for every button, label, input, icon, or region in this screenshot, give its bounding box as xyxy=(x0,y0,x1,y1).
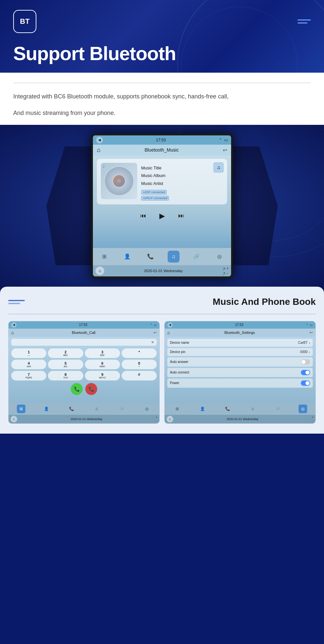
p2-settings-btn[interactable]: ◎ xyxy=(299,405,307,413)
p2-phone-btn[interactable]: 📞 xyxy=(223,405,232,413)
dial-0[interactable]: 0+ xyxy=(122,360,157,369)
setting-auto-answer: Auto answer xyxy=(167,357,313,367)
phone2-home-icon[interactable]: ⌂ xyxy=(167,330,170,335)
page-title: Support Bluetooth xyxy=(13,43,311,64)
feature-divider xyxy=(8,314,316,314)
feature-lines xyxy=(8,300,25,304)
phone1-toolbar: ⊞ 👤 📞 ♫ 🔗 ◎ xyxy=(9,403,159,415)
phone2-bottom-bar: ⌂ 2020-01-01 Wednesday + - xyxy=(165,415,315,423)
divider xyxy=(13,83,311,83)
dial-2[interactable]: 2ABC xyxy=(48,348,83,358)
phone1-back-icon[interactable]: ↩ xyxy=(153,330,157,335)
phone2-back-icon[interactable]: ↩ xyxy=(309,330,313,335)
auto-connect-toggle[interactable] xyxy=(301,370,310,375)
phone2-nav-title: Bluetooth_Settings xyxy=(224,331,255,335)
apps-button[interactable]: ⊞ xyxy=(99,251,110,263)
home-button[interactable]: ⌂ xyxy=(96,267,104,275)
p2-date: 2020-01-01 Wednesday xyxy=(173,417,312,421)
setting-device-name: Device name CarBT › xyxy=(167,339,313,347)
p2-contacts-btn[interactable]: 👤 xyxy=(198,405,207,413)
phone1-screen: ◀ 17:53 ⌃ ▭ ⌂ Bluetooth_Call ↩ ✕ 1— xyxy=(8,321,160,424)
p2-music-btn[interactable]: ♫ xyxy=(248,405,257,413)
dial-star[interactable]: * xyxy=(122,348,157,358)
p2-vol-btns: + - xyxy=(312,416,313,422)
back-arrow-icon[interactable]: ↩ xyxy=(223,147,227,153)
music-button[interactable]: ♫ xyxy=(168,251,180,263)
nav-title: Bluetooth_Music xyxy=(144,147,179,153)
p2-link-btn[interactable]: 🔗 xyxy=(273,405,282,413)
dial-6[interactable]: 6MNO xyxy=(85,360,120,369)
p1-vol-up[interactable]: + xyxy=(156,416,157,419)
volume-down[interactable]: 🔊- xyxy=(223,271,228,275)
p2-apps-btn[interactable]: ⊞ xyxy=(173,405,182,413)
dial-8[interactable]: 8TUV xyxy=(48,371,83,380)
dial-1[interactable]: 1— xyxy=(11,348,46,358)
music-content: ♪ Music Title Music Album Music Artist A… xyxy=(93,156,231,248)
p1-home-btn[interactable]: ⌂ xyxy=(11,416,17,422)
auto-answer-label: Auto answer xyxy=(170,360,188,364)
dial-4[interactable]: 4GHI xyxy=(11,360,46,369)
link-button[interactable]: 🔗 xyxy=(190,251,202,263)
volume-up[interactable]: 🔊+ xyxy=(223,267,228,270)
p1-vol-down[interactable]: - xyxy=(156,419,157,422)
device-pin-value: 0000 xyxy=(300,350,307,354)
home-icon[interactable]: ⌂ xyxy=(97,147,101,154)
dial-7[interactable]: 7PQRS xyxy=(11,371,46,380)
music-info: Music Title Music Album Music Artist A2D… xyxy=(141,163,223,200)
header-section: BT Support Bluetooth xyxy=(0,0,324,73)
play-button[interactable]: ▶ xyxy=(159,212,165,220)
phone2-nav: ⌂ Bluetooth_Settings ↩ xyxy=(165,329,315,337)
p1-apps-btn[interactable]: ⊞ xyxy=(17,405,25,413)
p1-phone-btn[interactable]: 📞 xyxy=(67,405,76,413)
phone-button[interactable]: 📞 xyxy=(144,251,156,263)
chevron-icon-2: › xyxy=(309,350,310,354)
p2-vol-down[interactable]: - xyxy=(312,419,313,422)
device-name-label: Device name xyxy=(170,341,189,344)
dial-3[interactable]: 3DEF xyxy=(85,348,120,358)
answer-button[interactable]: 📞 xyxy=(71,383,83,395)
dial-5[interactable]: 5JKL xyxy=(48,360,83,369)
volume-controls: 🔊+ 🔊- xyxy=(223,267,228,275)
nav-bar: ⌂ Bluetooth_Music ↩ xyxy=(93,145,231,156)
setting-power: Power xyxy=(167,378,313,388)
dial-9[interactable]: 9WXYZ xyxy=(85,371,120,380)
setting-auto-connect: Auto connect xyxy=(167,368,313,377)
setting-device-pin: Device pin 0000 › xyxy=(167,348,313,356)
hangup-button[interactable]: 📞 xyxy=(85,383,97,395)
clear-icon[interactable]: ✕ xyxy=(151,340,154,344)
auto-answer-toggle[interactable] xyxy=(301,359,310,365)
phone1-battery-icon: ▭ xyxy=(154,323,157,327)
p1-contacts-btn[interactable]: 👤 xyxy=(42,405,51,413)
phone2-signal-icon: ⌃ xyxy=(306,323,308,327)
back-button[interactable]: ◀ xyxy=(96,137,103,143)
device-pin-label: Device pin xyxy=(170,350,185,354)
dial-hash[interactable]: # xyxy=(122,371,157,380)
p1-settings-btn[interactable]: ◎ xyxy=(142,405,151,413)
phone2-back-btn[interactable]: ◀ xyxy=(167,322,173,328)
settings-button[interactable]: ◎ xyxy=(214,251,225,263)
desc-text-2: And music streaming from your phone. xyxy=(13,108,311,118)
power-toggle[interactable] xyxy=(301,380,310,386)
phone1-back-btn[interactable]: ◀ xyxy=(11,322,17,328)
phone1-nav: ⌂ Bluetooth_Call ↩ xyxy=(9,329,159,337)
prev-button[interactable]: ⏮ xyxy=(140,212,146,219)
p1-link-btn[interactable]: 🔗 xyxy=(117,405,126,413)
phone1-time: 17:53 xyxy=(79,323,87,327)
bottom-bar: ⌂ 2020-01-01 Wednesday 🔊+ 🔊- xyxy=(93,265,231,276)
date-display: 2020-01-01 Wednesday xyxy=(104,269,223,273)
music-note-button[interactable]: ♫ xyxy=(213,162,224,173)
status-time: 17:53 xyxy=(156,138,166,142)
p2-home-btn[interactable]: ⌂ xyxy=(167,416,173,422)
description-section: Integrated with BC6 Bluetooth module, su… xyxy=(0,73,324,125)
p1-music-btn[interactable]: ♫ xyxy=(92,405,101,413)
menu-icon[interactable] xyxy=(298,19,311,23)
bt-logo: BT xyxy=(13,10,36,33)
p2-vol-up[interactable]: + xyxy=(312,416,313,419)
phone1-home-icon[interactable]: ⌂ xyxy=(11,330,14,335)
next-button[interactable]: ⏭ xyxy=(178,212,184,219)
desc-text-1: Integrated with BC6 Bluetooth module, su… xyxy=(13,91,311,102)
contacts-button[interactable]: 👤 xyxy=(121,251,133,263)
main-screen-frame: ◀ 17:53 ⌃ ▭ ⌂ Bluetooth_Music ↩ xyxy=(91,133,233,278)
phone1-signal-icon: ⌃ xyxy=(150,323,152,327)
main-screen: ◀ 17:53 ⌃ ▭ ⌂ Bluetooth_Music ↩ xyxy=(93,135,231,276)
